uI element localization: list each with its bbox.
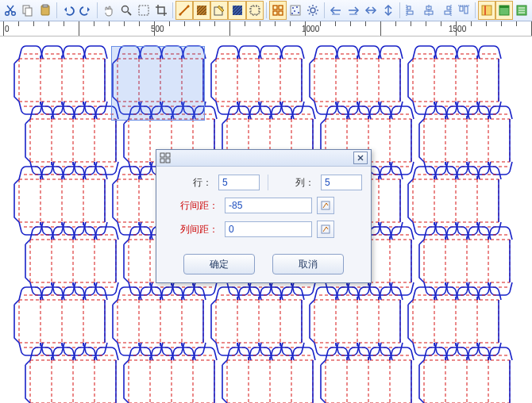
svg-rect-15 xyxy=(279,6,283,10)
ok-button[interactable]: 确定 xyxy=(183,254,255,274)
close-button[interactable] xyxy=(353,152,368,164)
cut-icon[interactable] xyxy=(2,1,19,20)
cols-label: 列： xyxy=(276,176,321,190)
align-c-icon[interactable] xyxy=(420,1,438,20)
svg-rect-14 xyxy=(273,6,277,10)
svg-rect-38 xyxy=(160,153,164,157)
col-gap-label: 列间距： xyxy=(164,223,225,236)
svg-rect-13 xyxy=(251,6,259,14)
svg-rect-5 xyxy=(43,5,48,7)
bounds-icon[interactable] xyxy=(246,1,264,20)
measure-diag-icon[interactable] xyxy=(175,1,193,20)
svg-rect-26 xyxy=(407,11,413,14)
toolbar xyxy=(0,0,532,21)
row-gap-input[interactable] xyxy=(225,198,312,213)
grid-array-icon[interactable] xyxy=(269,1,287,20)
svg-rect-31 xyxy=(460,6,463,11)
row-gap-pick-button[interactable] xyxy=(317,197,334,214)
cols-input[interactable] xyxy=(321,175,362,190)
pen-square-icon[interactable] xyxy=(210,1,228,20)
svg-rect-29 xyxy=(447,6,450,10)
svg-rect-42 xyxy=(322,202,330,209)
canvas-viewport[interactable]: 行： 列： 行间距： 列间距： 确定 取消 xyxy=(0,36,532,403)
align-r-icon[interactable] xyxy=(438,1,455,20)
panel-g-icon[interactable] xyxy=(495,1,513,20)
rows-label: 行： xyxy=(164,176,218,190)
svg-rect-36 xyxy=(499,6,509,8)
svg-rect-43 xyxy=(322,225,330,233)
redo-icon[interactable] xyxy=(77,1,94,20)
close-icon xyxy=(357,155,364,161)
grid-array-icon xyxy=(160,152,171,163)
svg-point-8 xyxy=(179,13,182,16)
svg-point-19 xyxy=(292,7,294,9)
crop-icon[interactable] xyxy=(152,1,170,20)
zoom-icon[interactable] xyxy=(118,1,135,20)
cancel-button[interactable]: 取消 xyxy=(272,254,344,274)
copy-icon[interactable] xyxy=(19,1,37,20)
ruler-horizontal: 0 500 1000 1500 xyxy=(0,21,532,36)
svg-rect-41 xyxy=(166,159,170,163)
svg-rect-7 xyxy=(139,6,148,15)
svg-rect-32 xyxy=(465,6,468,13)
width-arrow-icon[interactable] xyxy=(380,1,397,20)
ruler-mark: 500 xyxy=(151,25,164,33)
col-gap-input[interactable] xyxy=(225,221,312,237)
scatter-icon[interactable] xyxy=(287,1,304,20)
picker-icon xyxy=(321,201,330,210)
selection-rectangle xyxy=(111,46,205,121)
svg-rect-25 xyxy=(407,6,411,10)
svg-point-23 xyxy=(291,13,293,14)
svg-point-22 xyxy=(298,12,299,13)
svg-point-21 xyxy=(294,10,295,12)
ruler-mark: 1500 xyxy=(449,25,466,33)
undo-icon[interactable] xyxy=(60,1,77,20)
v-arrow-icon[interactable] xyxy=(362,1,380,20)
select-rect-icon[interactable] xyxy=(135,1,152,20)
list-g-icon[interactable] xyxy=(513,1,530,20)
hatch-diag-icon[interactable] xyxy=(228,1,245,20)
align-t-icon[interactable] xyxy=(455,1,472,20)
array-dialog: 行： 列： 行间距： 列间距： 确定 取消 xyxy=(156,149,372,283)
svg-rect-33 xyxy=(482,6,492,15)
hatch-icon[interactable] xyxy=(193,1,210,20)
gear-icon[interactable] xyxy=(304,1,322,20)
col-gap-pick-button[interactable] xyxy=(317,221,334,238)
svg-rect-3 xyxy=(25,8,32,16)
row-gap-label: 行间距： xyxy=(164,199,225,213)
svg-rect-40 xyxy=(160,159,164,163)
h-arrow-r-icon[interactable] xyxy=(345,1,362,20)
align-l-icon[interactable] xyxy=(403,1,420,20)
svg-point-9 xyxy=(187,6,190,8)
h-arrow-l-icon[interactable] xyxy=(327,1,345,20)
paste-icon[interactable] xyxy=(37,1,54,20)
svg-rect-30 xyxy=(445,11,450,14)
rows-input[interactable] xyxy=(218,175,260,190)
svg-point-24 xyxy=(310,8,315,13)
layers-icon[interactable] xyxy=(478,1,495,20)
hand-icon[interactable] xyxy=(100,1,118,20)
svg-point-6 xyxy=(122,6,129,13)
ruler-mark: 0 xyxy=(5,25,10,33)
svg-point-20 xyxy=(296,6,298,8)
picker-icon xyxy=(321,225,330,234)
svg-rect-34 xyxy=(484,6,486,15)
dialog-titlebar[interactable] xyxy=(156,150,371,167)
svg-rect-17 xyxy=(279,11,283,15)
svg-rect-39 xyxy=(166,153,170,157)
svg-rect-16 xyxy=(273,11,277,15)
